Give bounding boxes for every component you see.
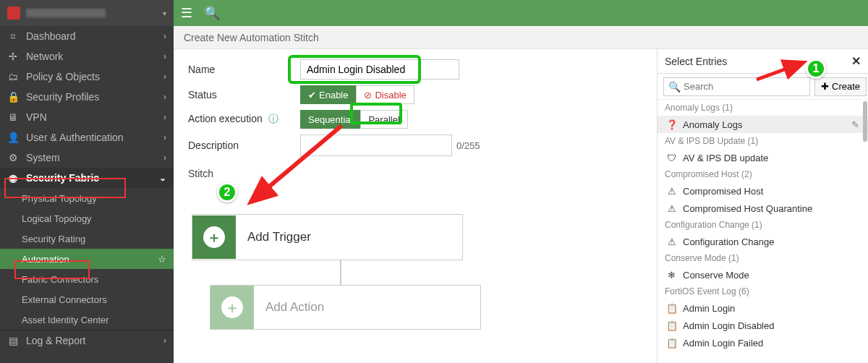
nav-item-security-profiles[interactable]: 🔒Security Profiles›: [0, 87, 174, 107]
chevron-right-icon: ›: [163, 153, 166, 163]
label-description: Description: [188, 140, 300, 151]
panel-group-header: AV & IPS DB Update (1): [658, 133, 868, 149]
report-icon: ▤: [7, 335, 19, 346]
nav-label: User & Authentication: [26, 132, 124, 143]
panel-entry[interactable]: ⚠Configuration Change: [658, 233, 868, 250]
nav-label: External Connectors: [22, 294, 107, 305]
action-exec-sequential-button[interactable]: Sequential: [300, 110, 360, 129]
entry-icon: 🛡: [666, 153, 677, 163]
nav-item-user-authentication[interactable]: 👤User & Authentication›: [0, 127, 174, 148]
entry-icon: ⚠: [666, 236, 677, 247]
nav-subitem-automation[interactable]: Automation☆: [0, 249, 174, 269]
entry-label: Admin Login Failed: [683, 338, 763, 349]
panel-create-button[interactable]: ✚ Create: [814, 77, 867, 96]
nav-item-logreport[interactable]: ▤ Log & Report ›: [0, 330, 174, 350]
plus-icon: ＋: [203, 226, 225, 248]
entry-icon: ⚠: [666, 186, 677, 197]
panel-group-header: Configuration Change (1): [658, 217, 868, 233]
nav-label: Physical Topology: [22, 193, 97, 204]
entry-icon: ⚠: [666, 203, 677, 214]
nav-label: VPN: [26, 111, 47, 123]
panel-search-input[interactable]: [684, 81, 805, 92]
nav-icon: 👤: [7, 132, 19, 143]
nav-icon: 🗂: [7, 71, 19, 82]
entry-icon: ❄: [666, 270, 677, 281]
plus-icon: ＋: [221, 296, 243, 318]
nav-label: Automation: [22, 254, 69, 265]
name-input[interactable]: [300, 59, 459, 80]
entry-icon: 📋: [666, 303, 677, 314]
panel-entry[interactable]: ❓Anomaly Logs✎: [658, 116, 868, 133]
panel-entry[interactable]: ⚠Compromised Host Quarantine: [658, 200, 868, 217]
status-disable-button[interactable]: ⊘Disable: [356, 85, 414, 104]
panel-list[interactable]: Anomaly Logs (1)❓Anomaly Logs✎AV & IPS D…: [658, 100, 868, 363]
nav-icon: 🖥: [7, 111, 19, 123]
nav-item-vpn[interactable]: 🖥VPN›: [0, 107, 174, 127]
nav-subitem-physical-topology[interactable]: Physical Topology: [0, 188, 174, 208]
close-icon[interactable]: ✕: [851, 54, 861, 68]
status-enable-button[interactable]: ✔Enable: [300, 85, 356, 104]
panel-entry[interactable]: 📋Admin Login Failed: [658, 334, 868, 351]
entry-label: Conserve Mode: [683, 270, 749, 281]
label-name: Name: [188, 64, 300, 75]
entry-label: Compromised Host Quarantine: [683, 203, 812, 214]
nav-label: Network: [26, 51, 63, 62]
panel-entry[interactable]: 📋Admin Login Disabled: [658, 317, 868, 334]
nav-label: Asset Identity Center: [22, 315, 109, 325]
star-icon: ☆: [158, 254, 166, 265]
brand-bar[interactable]: ▾: [0, 0, 174, 26]
brand-logo-icon: [7, 7, 20, 20]
annotation-callout-1: 1: [806, 59, 826, 79]
add-action-card[interactable]: ＋ Add Action: [210, 285, 481, 330]
entry-label: Configuration Change: [683, 236, 774, 247]
nav-label: Security Rating: [22, 234, 85, 244]
entry-icon: ❓: [666, 119, 677, 130]
entry-label: AV & IPS DB update: [683, 153, 768, 163]
nav-item-security-fabric[interactable]: ◉Security Fabric⌄: [0, 168, 174, 188]
action-exec-parallel-button[interactable]: Parallel: [360, 110, 407, 129]
panel-group-header: Conserve Mode (1): [658, 250, 868, 266]
nav-subitem-security-rating[interactable]: Security Rating: [0, 229, 174, 249]
add-trigger-card[interactable]: ＋ Add Trigger: [192, 214, 463, 260]
description-textarea[interactable]: [300, 134, 452, 156]
nav-label: Policy & Objects: [26, 71, 100, 82]
brand-name-blurred: [26, 9, 106, 17]
label-action-exec: Action execution ⓘ: [188, 113, 300, 126]
nav-item-policy-objects[interactable]: 🗂Policy & Objects›: [0, 67, 174, 87]
nav-subitem-fabric-connectors[interactable]: Fabric Connectors: [0, 269, 174, 289]
nav-icon: ◉: [7, 172, 19, 184]
panel-entry[interactable]: 🛡AV & IPS DB update: [658, 149, 868, 166]
panel-group-header: Anomaly Logs (1): [658, 100, 868, 116]
nav-subitem-logical-topology[interactable]: Logical Topology: [0, 208, 174, 229]
search-icon[interactable]: 🔍: [204, 5, 220, 21]
panel-entry[interactable]: ⚠Compromised Host: [658, 182, 868, 200]
breadcrumb-text: Create New Automation Stitch: [184, 32, 319, 43]
entry-label: Admin Login: [683, 303, 735, 314]
nav-subitem-external-connectors[interactable]: External Connectors: [0, 289, 174, 309]
nav-icon: 🔒: [7, 91, 19, 103]
brand-caret-icon: ▾: [163, 9, 166, 17]
nav-item-system[interactable]: ⚙System›: [0, 148, 174, 168]
hamburger-icon[interactable]: ☰: [181, 5, 192, 21]
chevron-right-icon: ›: [163, 336, 166, 346]
nav-subitem-asset-identity-center[interactable]: Asset Identity Center: [0, 309, 174, 330]
add-trigger-label: Add Trigger: [247, 230, 311, 244]
info-icon[interactable]: ⓘ: [268, 113, 278, 124]
top-bar: ☰ 🔍: [174, 0, 868, 26]
nav-label: Dashboard: [26, 30, 76, 42]
nav-label: Security Profiles: [26, 91, 99, 103]
panel-header: Select Entries ✕: [658, 49, 868, 74]
entry-label: Admin Login Disabled: [683, 320, 774, 331]
chevron-right-icon: ›: [163, 92, 166, 102]
panel-entry[interactable]: ❄Conserve Mode: [658, 266, 868, 283]
scrollbar-thumb[interactable]: [863, 101, 867, 142]
panel-search[interactable]: 🔍: [663, 77, 810, 96]
entry-icon: 📋: [666, 338, 677, 349]
nav-icon: ⚙: [7, 152, 19, 163]
nav-label: Fabric Connectors: [22, 274, 98, 285]
pencil-icon[interactable]: ✎: [851, 119, 859, 130]
block-icon: ⊘: [364, 90, 372, 101]
panel-entry[interactable]: 📋Admin Login: [658, 299, 868, 317]
nav-item-network[interactable]: ✢Network›: [0, 46, 174, 67]
nav-item-dashboard[interactable]: ⌗Dashboard›: [0, 26, 174, 46]
